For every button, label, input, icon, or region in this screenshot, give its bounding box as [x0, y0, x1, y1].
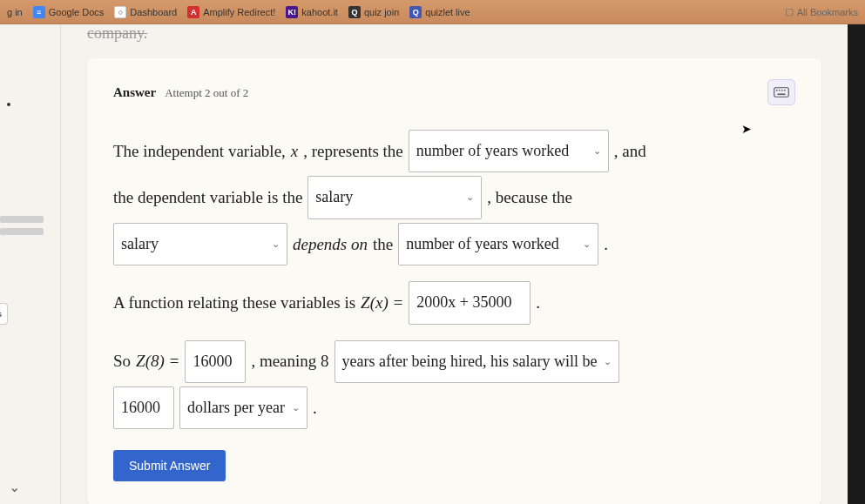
- nav-dot: [7, 103, 10, 106]
- svg-rect-4: [784, 90, 786, 91]
- bookmark-quizjoin[interactable]: Q quiz join: [348, 6, 399, 18]
- text-segment: So: [113, 342, 131, 380]
- folder-icon: ▢: [785, 6, 794, 17]
- bookmark-gin[interactable]: g in: [7, 7, 23, 17]
- text-segment: A function relating these variables is: [113, 284, 355, 322]
- text-segment: , meaning 8: [251, 342, 328, 380]
- answer-label: Answer: [113, 85, 156, 100]
- dropdown-units[interactable]: dollars per year ⌄: [179, 386, 307, 429]
- amplify-icon: A: [187, 6, 199, 18]
- function-notation: Z(x) =: [361, 284, 403, 322]
- bookmark-google-docs[interactable]: ≡ Google Docs: [33, 6, 105, 18]
- bookmark-amplify[interactable]: A Amplify Redirect!: [187, 6, 275, 18]
- text-segment: , and: [614, 132, 646, 171]
- chevron-down-icon: ⌄: [593, 140, 601, 162]
- submit-answer-button[interactable]: Submit Answer: [113, 450, 226, 481]
- dropdown-dependent-var[interactable]: salary ⌄: [307, 176, 482, 218]
- dropdown-independent-var[interactable]: number of years worked ⌄: [409, 130, 609, 172]
- quizjoin-icon: Q: [348, 6, 361, 18]
- text-segment: depends on: [293, 225, 368, 264]
- left-nav: s ⌄: [0, 24, 61, 504]
- text-segment: , because the: [487, 178, 572, 217]
- svg-rect-0: [774, 88, 789, 97]
- chevron-down-icon[interactable]: ⌄: [9, 479, 20, 495]
- keyboard-icon: [774, 86, 789, 98]
- input-z8-value[interactable]: 16000: [185, 340, 246, 383]
- dashboard-icon: ○: [114, 6, 126, 18]
- attempt-counter: Attempt 2 out of 2: [165, 86, 248, 100]
- answer-card: Answer Attempt 2 out of 2 The independen…: [87, 58, 821, 504]
- svg-rect-5: [778, 94, 786, 96]
- input-salary-value[interactable]: 16000: [113, 386, 174, 429]
- company-strikethrough: company.: [87, 24, 821, 43]
- problem-body: The independent variable, x, represents …: [113, 130, 795, 484]
- svg-rect-1: [776, 90, 778, 91]
- dropdown-meaning[interactable]: years after being hired, his salary will…: [335, 340, 620, 383]
- function-eval: Z(8) =: [136, 342, 179, 380]
- variable-x: x: [291, 132, 298, 171]
- svg-rect-2: [779, 90, 781, 91]
- text-segment: the: [373, 225, 393, 264]
- quizlet-icon: Q: [409, 6, 422, 18]
- chevron-down-icon: ⌄: [466, 186, 474, 208]
- keyboard-button[interactable]: [767, 79, 795, 105]
- nav-side-tab[interactable]: s: [0, 303, 8, 325]
- dropdown-depends-subject[interactable]: salary ⌄: [113, 223, 287, 265]
- text-segment: the dependent variable is the: [113, 178, 302, 217]
- input-function-formula[interactable]: 2000x + 35000: [409, 281, 530, 324]
- kahoot-icon: K!: [286, 6, 298, 18]
- text-segment: , represents the: [303, 132, 402, 171]
- chevron-down-icon: ⌄: [583, 233, 591, 255]
- bookmarks-bar: g in ≡ Google Docs ○ Dashboard A Amplify…: [0, 0, 865, 24]
- chevron-down-icon: ⌄: [272, 233, 280, 255]
- chevron-down-icon: ⌄: [604, 351, 612, 373]
- svg-rect-3: [781, 90, 783, 91]
- all-bookmarks-link[interactable]: ▢ All Bookmarks: [785, 6, 858, 17]
- docs-icon: ≡: [33, 6, 45, 18]
- text-segment: .: [604, 225, 608, 264]
- bookmark-quizlet[interactable]: Q quizlet live: [409, 6, 470, 18]
- chevron-down-icon: ⌄: [292, 397, 300, 419]
- nav-progress-bars: [0, 216, 44, 240]
- text-segment: The independent variable,: [113, 132, 286, 171]
- right-bezel: [848, 24, 865, 504]
- bookmark-kahoot[interactable]: K! kahoot.it: [286, 6, 338, 18]
- main-content: company. Answer Attempt 2 out of 2: [61, 24, 848, 504]
- dropdown-depends-object[interactable]: number of years worked ⌄: [398, 223, 598, 265]
- text-segment: .: [536, 284, 540, 322]
- text-segment: .: [313, 389, 317, 427]
- bookmark-dashboard[interactable]: ○ Dashboard: [114, 6, 177, 18]
